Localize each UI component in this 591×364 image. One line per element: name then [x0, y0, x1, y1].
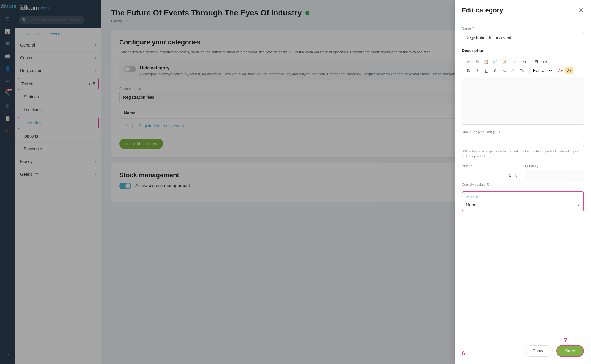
rte-copy-button[interactable]: ⎘ [473, 58, 482, 66]
vat-rule-select[interactable]: None [463, 200, 583, 210]
rte-image-button[interactable]: 🖼 [532, 58, 540, 66]
rte-subscript-button[interactable]: x₂ [500, 67, 508, 74]
required-marker: * [472, 26, 474, 31]
modal-title: Edit category [462, 7, 503, 14]
step-6-label: 6 [462, 350, 465, 357]
rte-strikethrough-button[interactable]: S [491, 67, 499, 74]
rte-paste-word-button[interactable]: 📝 [500, 58, 508, 66]
rte-content-area[interactable] [462, 77, 584, 125]
price-qty-row: Price * € Quantity [462, 164, 584, 181]
rte-divider-3 [528, 68, 528, 74]
price-input-wrapper: € [462, 170, 520, 181]
description-group: Description ✂ ⎘ 📋 📄 📝 ↩ ↪ 🖼 ⊞▾ [462, 48, 584, 125]
currency-symbol: € [515, 173, 517, 178]
quantity-field-label: Quantity [525, 164, 584, 168]
save-button[interactable]: Save [556, 345, 584, 357]
rte-undo-button[interactable]: ↩ [511, 58, 520, 66]
quantity-field: Quantity [525, 164, 584, 181]
vat-select-wrapper: None ▾ [463, 200, 583, 210]
rte-redo-button[interactable]: ↪ [520, 58, 529, 66]
rte-bg-color-button[interactable]: A▾ [565, 67, 573, 74]
cancel-button[interactable]: Cancel [525, 345, 553, 357]
modal-overlay: Edit category ✕ Name * Description ✂ [0, 0, 591, 364]
quantity-booked-text: Quantity booked: 0 [462, 183, 584, 186]
rte-paste-plain-button[interactable]: 📄 [491, 58, 499, 66]
rte-format-select[interactable]: Format [529, 67, 553, 74]
name-field-group: Name * [462, 26, 584, 48]
price-required-marker: * [471, 164, 472, 168]
vat-rule-label: Vat Rule [463, 193, 583, 199]
modal-body: Name * Description ✂ ⎘ 📋 📄 📝 [455, 20, 591, 340]
rte-italic-button[interactable]: I [473, 67, 482, 74]
name-input[interactable] [462, 32, 584, 43]
sku-input[interactable] [462, 136, 584, 147]
vat-rule-field-wrapper: Vat Rule None ▾ [462, 191, 584, 211]
sku-group: Stock Keeping Unit (SKU) SKU refers to a… [462, 130, 584, 159]
rte-toolbar: ✂ ⎘ 📋 📄 📝 ↩ ↪ 🖼 ⊞▾ B I [462, 56, 584, 77]
price-input[interactable] [462, 170, 520, 181]
modal-close-button[interactable]: ✕ [579, 7, 584, 14]
rte-divider-4 [555, 68, 555, 74]
rte-table-button[interactable]: ⊞▾ [541, 58, 549, 66]
rte-toolbar-row-1: ✂ ⎘ 📋 📄 📝 ↩ ↪ 🖼 ⊞▾ [464, 58, 581, 66]
rte-superscript-button[interactable]: x² [509, 67, 517, 74]
quantity-input[interactable] [525, 170, 584, 181]
step-7-label: 7 [564, 337, 567, 344]
edit-category-modal: Edit category ✕ Name * Description ✂ [455, 0, 591, 364]
rte-paste-button[interactable]: 📋 [482, 58, 490, 66]
name-field-label: Name * [462, 26, 584, 31]
rte-underline-button[interactable]: U [482, 67, 490, 74]
description-label: Description [462, 48, 584, 53]
modal-footer: 6 7 Cancel Save [455, 340, 591, 364]
price-field: Price * € [462, 164, 520, 181]
rte-clear-format-button[interactable]: Tx [518, 67, 526, 74]
modal-header: Edit category ✕ [455, 0, 591, 20]
rte-toolbar-row-2: B I U S x₂ x² Tx Format A▾ A▾ [464, 67, 581, 74]
rte-divider [510, 59, 510, 65]
rte-bold-button[interactable]: B [464, 67, 473, 74]
sku-label: Stock Keeping Unit (SKU) [462, 130, 584, 134]
price-field-label: Price * [462, 164, 520, 168]
rte-font-color-button[interactable]: A▾ [556, 67, 565, 74]
rte-cut-button[interactable]: ✂ [464, 58, 473, 66]
rte-divider-2 [530, 59, 530, 65]
sku-help: SKU refers to a unique identifier or cod… [462, 149, 584, 159]
